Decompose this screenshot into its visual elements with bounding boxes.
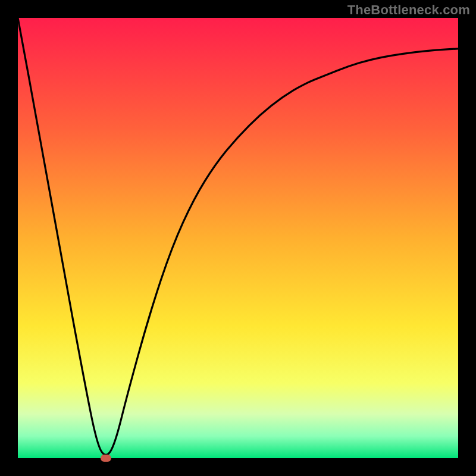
watermark-text: TheBottleneck.com — [347, 2, 470, 18]
chart-frame: TheBottleneck.com — [0, 0, 476, 476]
gradient-background — [18, 18, 458, 458]
svg-rect-0 — [18, 18, 458, 458]
plot-area — [18, 18, 458, 458]
marker-dot — [101, 455, 111, 462]
